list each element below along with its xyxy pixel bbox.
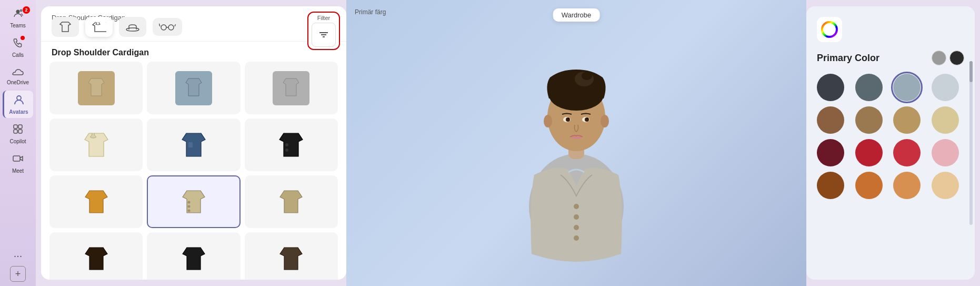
list-item[interactable] xyxy=(245,232,338,280)
onedrive-icon xyxy=(12,66,24,78)
color-panel-header: Primary Color xyxy=(817,51,964,65)
color-presets xyxy=(932,51,964,65)
svg-rect-3 xyxy=(14,125,17,129)
svg-point-18 xyxy=(187,205,190,208)
color-swatch-grid xyxy=(817,74,964,199)
item-grid xyxy=(41,62,346,280)
category-tab-jacket[interactable] xyxy=(85,17,113,37)
color-swatch-1[interactable] xyxy=(855,74,883,101)
svg-point-17 xyxy=(187,201,190,204)
wardrobe-panel: Drop Shoulder Cardigan xyxy=(41,6,346,280)
svg-point-24 xyxy=(574,235,579,241)
color-swatch-10[interactable] xyxy=(893,139,921,166)
calls-icon xyxy=(12,37,24,51)
svg-point-33 xyxy=(568,117,569,119)
scrollbar-track xyxy=(969,61,973,225)
svg-point-19 xyxy=(187,210,190,212)
sidebar: Teams 2 Calls OneDrive Avatars xyxy=(0,0,36,286)
list-item[interactable] xyxy=(245,119,338,171)
sidebar-item-copilot-label: Copilot xyxy=(9,139,26,144)
svg-point-9 xyxy=(161,25,166,30)
avatar-area: Wardrobe Primär färg xyxy=(346,0,806,286)
list-item[interactable] xyxy=(49,232,143,280)
list-item[interactable] xyxy=(49,119,143,171)
svg-rect-7 xyxy=(13,156,20,161)
color-swatch-0[interactable] xyxy=(817,74,844,101)
list-item[interactable] xyxy=(49,175,143,228)
svg-point-21 xyxy=(574,204,579,209)
color-swatch-2[interactable] xyxy=(893,74,921,101)
more-options-button[interactable]: ... xyxy=(9,243,27,264)
color-swatch-8[interactable] xyxy=(817,139,844,166)
color-swatch-6[interactable] xyxy=(893,106,921,134)
category-tabs: Filter xyxy=(41,6,346,42)
notification-badge: 2 xyxy=(23,6,30,14)
section-title: Drop Shoulder Cardigan xyxy=(41,42,346,62)
svg-point-16 xyxy=(285,149,288,152)
list-item[interactable] xyxy=(147,119,240,171)
list-item[interactable] xyxy=(245,175,338,228)
svg-point-15 xyxy=(285,143,288,146)
sidebar-item-teams-label: Teams xyxy=(10,23,25,28)
sidebar-item-avatars-label: Avatars xyxy=(9,109,28,115)
list-item[interactable] xyxy=(147,175,240,228)
teams-icon xyxy=(12,7,24,22)
list-item[interactable] xyxy=(147,62,240,114)
svg-rect-5 xyxy=(14,130,17,133)
scrollbar-thumb[interactable] xyxy=(969,61,973,82)
sidebar-item-teams[interactable]: Teams 2 xyxy=(3,4,33,32)
filter-highlight-box: Filter xyxy=(307,12,340,50)
color-swatch-12[interactable] xyxy=(817,172,844,199)
add-apps-button[interactable]: + xyxy=(10,266,26,282)
svg-point-23 xyxy=(574,225,579,230)
color-swatch-7[interactable] xyxy=(932,106,959,134)
color-panel-title: Primary Color xyxy=(817,53,879,64)
meet-icon xyxy=(12,153,24,167)
avatar-figure xyxy=(503,17,650,270)
svg-rect-4 xyxy=(18,125,22,129)
category-tab-glasses[interactable] xyxy=(153,18,182,36)
sidebar-item-copilot[interactable]: Copilot xyxy=(3,120,33,147)
sidebar-item-onedrive-label: OneDrive xyxy=(7,80,29,85)
list-item[interactable] xyxy=(147,232,240,280)
color-swatch-9[interactable] xyxy=(855,139,883,166)
sidebar-item-avatars[interactable]: Avatars xyxy=(3,91,33,118)
svg-point-22 xyxy=(574,214,579,220)
avatars-icon xyxy=(13,94,25,108)
color-swatch-14[interactable] xyxy=(893,172,921,199)
copilot-icon xyxy=(12,123,24,137)
svg-point-39 xyxy=(822,22,837,37)
list-item[interactable] xyxy=(245,62,338,114)
filter-button[interactable] xyxy=(312,23,336,47)
svg-point-1 xyxy=(20,9,23,12)
color-swatch-15[interactable] xyxy=(932,172,959,199)
svg-point-8 xyxy=(126,28,139,31)
svg-point-30 xyxy=(582,72,592,80)
svg-point-36 xyxy=(587,117,588,119)
category-tab-hat[interactable] xyxy=(119,17,146,37)
sidebar-item-onedrive[interactable]: OneDrive xyxy=(3,63,33,88)
color-panel: Primary Color xyxy=(806,6,975,280)
category-tab-top[interactable] xyxy=(52,17,79,37)
sidebar-item-meet[interactable]: Meet xyxy=(3,150,33,177)
sidebar-item-calls-label: Calls xyxy=(12,52,24,58)
color-swatch-13[interactable] xyxy=(855,172,883,199)
svg-point-37 xyxy=(544,115,552,127)
filter-label: Filter xyxy=(317,15,330,21)
color-swatch-11[interactable] xyxy=(932,139,959,166)
filter-container: Filter xyxy=(307,12,340,50)
svg-point-2 xyxy=(17,96,21,100)
svg-point-10 xyxy=(168,25,174,30)
sidebar-item-meet-label: Meet xyxy=(12,168,24,174)
color-wheel-icon xyxy=(817,17,842,42)
color-preset-dark[interactable] xyxy=(949,51,964,65)
color-swatch-3[interactable] xyxy=(932,74,959,101)
color-swatch-4[interactable] xyxy=(817,106,844,134)
color-swatch-5[interactable] xyxy=(855,106,883,134)
color-preset-gray[interactable] xyxy=(932,51,946,65)
sidebar-item-calls[interactable]: Calls xyxy=(3,34,33,61)
list-item[interactable] xyxy=(49,62,143,114)
svg-rect-6 xyxy=(18,130,22,133)
svg-point-38 xyxy=(601,115,609,127)
svg-rect-14 xyxy=(188,142,193,147)
